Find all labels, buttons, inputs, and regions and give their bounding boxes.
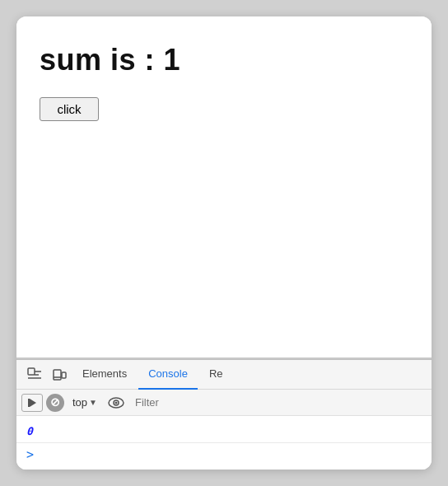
tab-elements[interactable]: Elements — [72, 360, 137, 390]
play-icon[interactable] — [21, 394, 43, 412]
svg-rect-4 — [54, 370, 61, 380]
device-icon[interactable] — [48, 363, 71, 386]
console-prompt-symbol: > — [26, 447, 34, 462]
svg-marker-7 — [30, 399, 36, 407]
context-dropdown[interactable]: top ▼ — [68, 395, 102, 410]
console-output: 0 > — [16, 416, 432, 470]
browser-window: sum is : 1 click — [16, 16, 432, 470]
page-content: sum is : 1 click — [16, 16, 432, 357]
console-log-zero: 0 — [16, 419, 432, 442]
filter-input[interactable] — [130, 395, 427, 410]
dropdown-arrow-icon: ▼ — [89, 398, 97, 407]
tab-console[interactable]: Console — [138, 360, 198, 390]
inspect-icon[interactable] — [23, 363, 46, 386]
block-icon[interactable]: ⊘ — [46, 394, 64, 412]
eye-icon[interactable] — [105, 394, 127, 412]
svg-rect-0 — [28, 368, 35, 375]
tab-re[interactable]: Re — [199, 360, 233, 390]
svg-point-11 — [114, 401, 117, 404]
devtools-toolbar: ⊘ top ▼ — [16, 390, 432, 416]
devtools-panel: Elements Console Re ⊘ top ▼ — [16, 359, 432, 470]
sum-heading: sum is : 1 — [40, 43, 408, 77]
click-button[interactable]: click — [40, 97, 99, 121]
svg-rect-8 — [28, 399, 30, 407]
svg-rect-5 — [62, 372, 66, 378]
devtools-tabs-bar: Elements Console Re — [16, 360, 432, 390]
console-prompt-line[interactable]: > — [16, 443, 432, 466]
context-dropdown-label: top — [72, 396, 87, 409]
